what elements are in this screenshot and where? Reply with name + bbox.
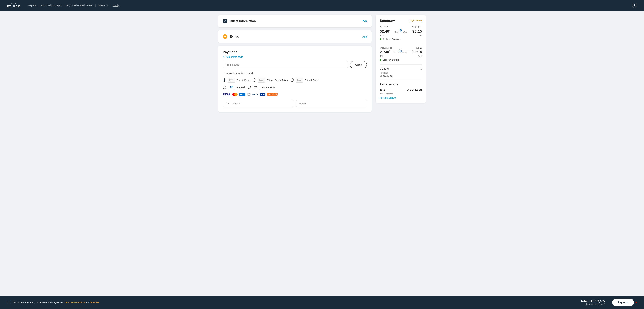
outbound-arrive-date: Fri, 21 Feb [412,26,422,28]
paypal-icon: PP [228,85,235,90]
guest-name: Mr Stallin Sd [380,75,422,78]
outbound-arrive-airport: JAI [419,34,422,36]
footer-total: Total : AED 3,695 (Inclusive of all taxe… [580,300,605,306]
etihad-credit-icon: CREDIT [296,78,303,83]
amex-brand: AMEX [239,93,245,96]
name-input[interactable] [296,100,367,108]
payment-option-installments[interactable]: PAYFORT Installments [248,85,275,90]
agree-checkbox[interactable] [7,301,10,304]
fare-title: Fare summary [380,83,422,86]
payment-title: Payment [223,50,367,54]
guest-info-title: Guest information [230,20,256,23]
guest-info-title-row: ✓ Guest information [223,19,256,24]
guest-info-header: ✓ Guest information Edit [223,19,367,24]
divider-1 [380,44,422,44]
radio-etihad-credit[interactable] [291,78,294,82]
footer-total-label: Total : AED 3,695 [580,300,605,303]
payment-option-paypal[interactable]: PP PayPal [223,85,245,90]
return-route-middle: ✈️ Non-stop 4h 15m [389,50,412,54]
payment-options-row1: Credit/Debit MILES Etihad Guest Miles [223,78,367,83]
footer-inclusive-text: (Inclusive of all taxes) [580,303,605,306]
guests-section: Guests ∧ Adult (1) Mr Stallin Sd [380,67,422,78]
discover-brand: DISCOVER [267,93,278,96]
chevron-up-icon[interactable]: ∧ [420,68,422,70]
logo-english-text: ETIHAD [7,5,21,8]
footer-total-amount: AED 3,695 [590,300,605,303]
card-fields-row [223,100,367,108]
outbound-depart-time: 02:40 [380,29,389,34]
return-times: 21:30 ✈️ Non-stop 4h 15m 00:15 [380,50,422,54]
promo-toggle[interactable]: ✕ Add promo code [223,56,367,58]
fare-total-row: Total: AED 3,695 [380,88,422,92]
promo-code-input[interactable] [223,61,348,68]
price-breakdown-link[interactable]: Price breakdown [380,96,422,99]
flight-details-link[interactable]: Flight details [410,19,422,22]
svg-text:MILES: MILES [260,80,263,81]
guest-info-edit-link[interactable]: Edit [362,20,367,23]
paypal-label: PayPal [237,86,245,89]
return-class-label: Economy Deluxe [382,58,399,61]
main-container: ✓ Guest information Edit + Extras Add Pa… [204,11,440,116]
miles-label: Etihad Guest Miles [267,79,288,82]
card-number-input[interactable] [223,100,294,108]
return-dates: Wed, 26 Feb +1 day [380,46,422,49]
radio-credit[interactable] [223,78,226,82]
modify-link[interactable]: Modify [112,4,120,7]
separator-3: | [95,4,96,7]
separator-1: | [38,4,39,7]
dates-text: Fri, 21 Feb - Wed, 26 Feb [66,4,93,7]
terms-link[interactable]: terms and conditions [65,301,85,304]
fare-rules-link[interactable]: fare rules [90,301,99,304]
return-depart-time: 21:30 [380,50,389,54]
radio-installments[interactable] [248,86,251,89]
fare-section: Fare summary Total: AED 3,695 Including … [380,83,422,94]
extras-add-link[interactable]: Add [362,35,367,38]
return-flight-line: ✈️ [391,51,411,51]
agree-text: By clicking "Pay now", I understand that… [14,301,64,304]
apply-button[interactable]: Apply [350,61,367,68]
radio-paypal[interactable] [223,86,226,89]
payment-option-miles[interactable]: MILES Etihad Guest Miles [253,78,288,83]
summary-title: Summary [380,19,395,23]
logo-arabic-text: الاتحاد [11,2,16,5]
extras-header: + Extras Add [223,34,367,39]
card-brands: VISA AMEX UATP JCB DISCOVER [223,92,367,96]
guests-text: Guests: 1 [98,4,108,7]
summary-header: Summary Flight details [380,19,422,23]
promo-toggle-text: Add promo code [226,56,243,58]
credit-card-icon [228,78,235,83]
guest-info-card: ✓ Guest information Edit [218,15,372,28]
diners-brand [247,92,251,96]
guest-type: Adult (1) [380,72,422,74]
pay-now-button[interactable]: Pay now [612,298,634,306]
credit-label: Credit/Debit [237,79,250,82]
return-arrive-time: 00:15 [412,50,422,54]
return-depart-date: Wed, 26 Feb [380,46,392,49]
summary-panel: Summary Flight details Fri, 21 Feb Fri, … [376,15,426,103]
user-icon[interactable] [632,3,637,8]
pay-question: How would you like to pay? [223,72,367,74]
payment-option-credit[interactable]: Credit/Debit [223,78,250,83]
separator-4: | [110,4,110,7]
guests-title: Guests [380,67,389,70]
and-text: and [86,301,90,304]
outbound-flight: Fri, 21 Feb Fri, 21 Feb 02:40 ✈️ 1 stop … [380,26,422,40]
return-arrive-date: +1 day [415,46,422,49]
fare-total-label: Total: [380,88,386,91]
payment-option-etihad-credit[interactable]: CREDIT Etihad Credit [291,78,319,83]
extras-title-row: + Extras [223,34,239,39]
economy-class-dot [380,59,381,61]
return-class-badge: Economy Deluxe [380,58,422,61]
payment-options-row2: PP PayPal PAYFORT Installments [223,85,367,90]
etihad-logo: الاتحاد ETIHAD [7,2,21,8]
extras-card: + Extras Add [218,30,372,43]
radio-credit-fill [224,79,225,81]
outbound-dates: Fri, 21 Feb Fri, 21 Feb [380,26,422,28]
return-flight: Wed, 26 Feb +1 day 21:30 ✈️ Non-stop 4h … [380,46,422,61]
outbound-dot-left [389,30,390,31]
return-arrive-airport: AUH [418,55,422,57]
outbound-route-middle: ✈️ 1 stop 19h 5m [389,30,412,33]
visa-brand: VISA [223,92,230,96]
user-menu[interactable] [632,3,637,8]
radio-miles[interactable] [253,78,256,82]
